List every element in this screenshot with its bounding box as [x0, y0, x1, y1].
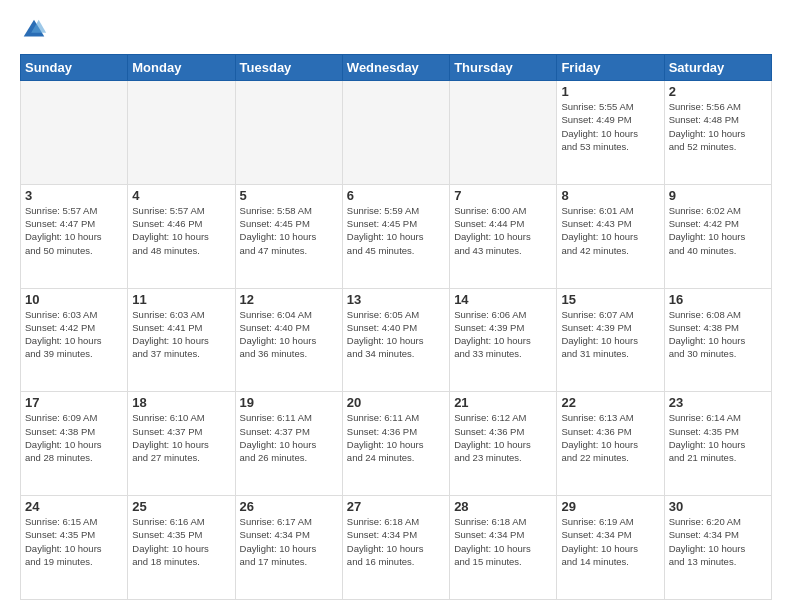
calendar-cell: [342, 81, 449, 185]
day-info: Sunrise: 6:16 AM Sunset: 4:35 PM Dayligh…: [132, 515, 230, 568]
calendar-cell: 19Sunrise: 6:11 AM Sunset: 4:37 PM Dayli…: [235, 392, 342, 496]
day-of-week-header: Sunday: [21, 55, 128, 81]
calendar-week-row: 17Sunrise: 6:09 AM Sunset: 4:38 PM Dayli…: [21, 392, 772, 496]
day-info: Sunrise: 6:01 AM Sunset: 4:43 PM Dayligh…: [561, 204, 659, 257]
day-info: Sunrise: 5:55 AM Sunset: 4:49 PM Dayligh…: [561, 100, 659, 153]
day-number: 27: [347, 499, 445, 514]
calendar-cell: 9Sunrise: 6:02 AM Sunset: 4:42 PM Daylig…: [664, 184, 771, 288]
calendar-cell: 29Sunrise: 6:19 AM Sunset: 4:34 PM Dayli…: [557, 496, 664, 600]
day-info: Sunrise: 5:56 AM Sunset: 4:48 PM Dayligh…: [669, 100, 767, 153]
day-of-week-header: Friday: [557, 55, 664, 81]
day-info: Sunrise: 6:02 AM Sunset: 4:42 PM Dayligh…: [669, 204, 767, 257]
calendar-cell: 26Sunrise: 6:17 AM Sunset: 4:34 PM Dayli…: [235, 496, 342, 600]
day-number: 1: [561, 84, 659, 99]
calendar-cell: 12Sunrise: 6:04 AM Sunset: 4:40 PM Dayli…: [235, 288, 342, 392]
day-number: 21: [454, 395, 552, 410]
day-number: 8: [561, 188, 659, 203]
day-info: Sunrise: 6:15 AM Sunset: 4:35 PM Dayligh…: [25, 515, 123, 568]
page: SundayMondayTuesdayWednesdayThursdayFrid…: [0, 0, 792, 612]
calendar-cell: 3Sunrise: 5:57 AM Sunset: 4:47 PM Daylig…: [21, 184, 128, 288]
day-info: Sunrise: 6:19 AM Sunset: 4:34 PM Dayligh…: [561, 515, 659, 568]
day-number: 14: [454, 292, 552, 307]
day-info: Sunrise: 6:12 AM Sunset: 4:36 PM Dayligh…: [454, 411, 552, 464]
calendar-cell: 8Sunrise: 6:01 AM Sunset: 4:43 PM Daylig…: [557, 184, 664, 288]
calendar-body: 1Sunrise: 5:55 AM Sunset: 4:49 PM Daylig…: [21, 81, 772, 600]
day-info: Sunrise: 6:03 AM Sunset: 4:42 PM Dayligh…: [25, 308, 123, 361]
calendar-cell: 15Sunrise: 6:07 AM Sunset: 4:39 PM Dayli…: [557, 288, 664, 392]
day-number: 18: [132, 395, 230, 410]
day-info: Sunrise: 6:09 AM Sunset: 4:38 PM Dayligh…: [25, 411, 123, 464]
day-info: Sunrise: 6:18 AM Sunset: 4:34 PM Dayligh…: [454, 515, 552, 568]
day-number: 29: [561, 499, 659, 514]
day-info: Sunrise: 6:00 AM Sunset: 4:44 PM Dayligh…: [454, 204, 552, 257]
calendar-header: SundayMondayTuesdayWednesdayThursdayFrid…: [21, 55, 772, 81]
day-number: 28: [454, 499, 552, 514]
calendar-cell: 2Sunrise: 5:56 AM Sunset: 4:48 PM Daylig…: [664, 81, 771, 185]
calendar-cell: 17Sunrise: 6:09 AM Sunset: 4:38 PM Dayli…: [21, 392, 128, 496]
calendar-cell: 25Sunrise: 6:16 AM Sunset: 4:35 PM Dayli…: [128, 496, 235, 600]
calendar-cell: 21Sunrise: 6:12 AM Sunset: 4:36 PM Dayli…: [450, 392, 557, 496]
day-number: 24: [25, 499, 123, 514]
day-of-week-header: Tuesday: [235, 55, 342, 81]
day-number: 13: [347, 292, 445, 307]
day-number: 6: [347, 188, 445, 203]
calendar-cell: 5Sunrise: 5:58 AM Sunset: 4:45 PM Daylig…: [235, 184, 342, 288]
logo-icon: [20, 16, 48, 44]
calendar-cell: 22Sunrise: 6:13 AM Sunset: 4:36 PM Dayli…: [557, 392, 664, 496]
day-info: Sunrise: 6:10 AM Sunset: 4:37 PM Dayligh…: [132, 411, 230, 464]
day-info: Sunrise: 6:20 AM Sunset: 4:34 PM Dayligh…: [669, 515, 767, 568]
day-of-week-header: Wednesday: [342, 55, 449, 81]
calendar-week-row: 1Sunrise: 5:55 AM Sunset: 4:49 PM Daylig…: [21, 81, 772, 185]
day-info: Sunrise: 6:11 AM Sunset: 4:37 PM Dayligh…: [240, 411, 338, 464]
calendar-cell: 30Sunrise: 6:20 AM Sunset: 4:34 PM Dayli…: [664, 496, 771, 600]
day-number: 20: [347, 395, 445, 410]
day-number: 12: [240, 292, 338, 307]
calendar-cell: [450, 81, 557, 185]
day-number: 30: [669, 499, 767, 514]
calendar-cell: 24Sunrise: 6:15 AM Sunset: 4:35 PM Dayli…: [21, 496, 128, 600]
day-info: Sunrise: 6:14 AM Sunset: 4:35 PM Dayligh…: [669, 411, 767, 464]
day-number: 17: [25, 395, 123, 410]
day-info: Sunrise: 6:07 AM Sunset: 4:39 PM Dayligh…: [561, 308, 659, 361]
calendar-cell: 11Sunrise: 6:03 AM Sunset: 4:41 PM Dayli…: [128, 288, 235, 392]
day-number: 10: [25, 292, 123, 307]
day-info: Sunrise: 5:58 AM Sunset: 4:45 PM Dayligh…: [240, 204, 338, 257]
day-of-week-header: Saturday: [664, 55, 771, 81]
calendar-cell: 28Sunrise: 6:18 AM Sunset: 4:34 PM Dayli…: [450, 496, 557, 600]
day-info: Sunrise: 6:13 AM Sunset: 4:36 PM Dayligh…: [561, 411, 659, 464]
day-info: Sunrise: 5:57 AM Sunset: 4:47 PM Dayligh…: [25, 204, 123, 257]
day-number: 16: [669, 292, 767, 307]
calendar-week-row: 3Sunrise: 5:57 AM Sunset: 4:47 PM Daylig…: [21, 184, 772, 288]
calendar-cell: [21, 81, 128, 185]
calendar-cell: 10Sunrise: 6:03 AM Sunset: 4:42 PM Dayli…: [21, 288, 128, 392]
day-number: 15: [561, 292, 659, 307]
calendar-cell: 20Sunrise: 6:11 AM Sunset: 4:36 PM Dayli…: [342, 392, 449, 496]
day-number: 3: [25, 188, 123, 203]
day-number: 23: [669, 395, 767, 410]
day-info: Sunrise: 6:04 AM Sunset: 4:40 PM Dayligh…: [240, 308, 338, 361]
day-number: 11: [132, 292, 230, 307]
header: [20, 16, 772, 44]
day-number: 22: [561, 395, 659, 410]
day-info: Sunrise: 6:06 AM Sunset: 4:39 PM Dayligh…: [454, 308, 552, 361]
day-info: Sunrise: 6:11 AM Sunset: 4:36 PM Dayligh…: [347, 411, 445, 464]
calendar-cell: 1Sunrise: 5:55 AM Sunset: 4:49 PM Daylig…: [557, 81, 664, 185]
day-info: Sunrise: 6:05 AM Sunset: 4:40 PM Dayligh…: [347, 308, 445, 361]
calendar-cell: 23Sunrise: 6:14 AM Sunset: 4:35 PM Dayli…: [664, 392, 771, 496]
calendar-week-row: 10Sunrise: 6:03 AM Sunset: 4:42 PM Dayli…: [21, 288, 772, 392]
calendar-cell: 7Sunrise: 6:00 AM Sunset: 4:44 PM Daylig…: [450, 184, 557, 288]
day-number: 2: [669, 84, 767, 99]
calendar-cell: 13Sunrise: 6:05 AM Sunset: 4:40 PM Dayli…: [342, 288, 449, 392]
day-info: Sunrise: 6:03 AM Sunset: 4:41 PM Dayligh…: [132, 308, 230, 361]
day-number: 26: [240, 499, 338, 514]
calendar-cell: 18Sunrise: 6:10 AM Sunset: 4:37 PM Dayli…: [128, 392, 235, 496]
day-info: Sunrise: 6:08 AM Sunset: 4:38 PM Dayligh…: [669, 308, 767, 361]
day-number: 19: [240, 395, 338, 410]
calendar-cell: 16Sunrise: 6:08 AM Sunset: 4:38 PM Dayli…: [664, 288, 771, 392]
day-number: 4: [132, 188, 230, 203]
header-row: SundayMondayTuesdayWednesdayThursdayFrid…: [21, 55, 772, 81]
calendar-cell: 27Sunrise: 6:18 AM Sunset: 4:34 PM Dayli…: [342, 496, 449, 600]
day-of-week-header: Thursday: [450, 55, 557, 81]
calendar-cell: 14Sunrise: 6:06 AM Sunset: 4:39 PM Dayli…: [450, 288, 557, 392]
day-info: Sunrise: 5:57 AM Sunset: 4:46 PM Dayligh…: [132, 204, 230, 257]
